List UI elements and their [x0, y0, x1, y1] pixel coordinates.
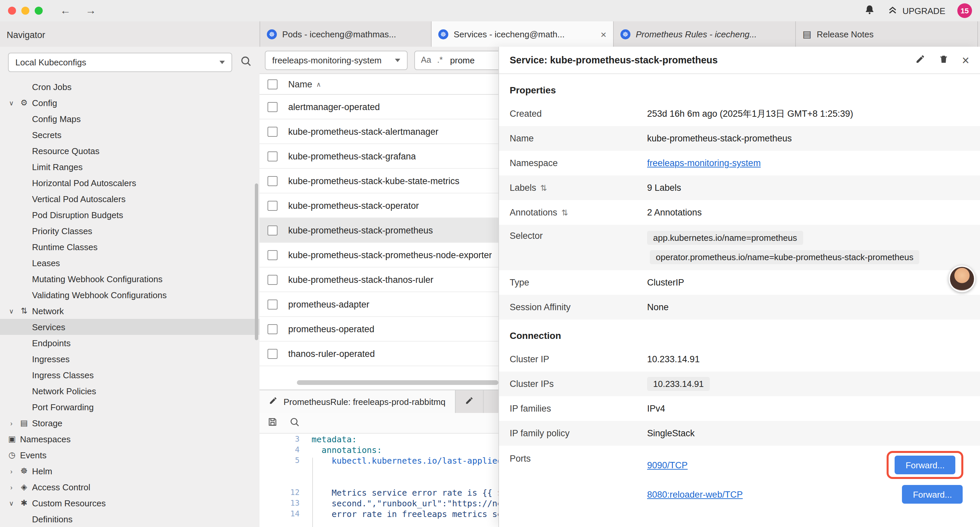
table-row-thanos-ruler-operated[interactable]: thanos-ruler-operated — [259, 342, 498, 366]
row-checkbox[interactable] — [267, 126, 277, 137]
table-row-kube-prometheus-stack-prometheus[interactable]: kube-prometheus-stack-prometheus — [259, 218, 498, 243]
code-text[interactable]: second.","runbook_url":"https://net — [309, 498, 498, 508]
kubeconfig-select[interactable]: Local Kubeconfigs — [8, 53, 232, 72]
code-text[interactable]: Metrics service error rate is {{ $va — [309, 487, 498, 497]
sidebar-item-secrets[interactable]: Secrets — [0, 127, 259, 143]
sidebar-item-endpoints[interactable]: Endpoints — [0, 335, 259, 351]
match-case-toggle[interactable]: Aa — [421, 56, 431, 65]
sidebar-item-resource-quotas[interactable]: Resource Quotas — [0, 143, 259, 159]
forward-port-button[interactable]: Forward... — [902, 485, 963, 504]
expand-collapse-icon[interactable]: ⇅ — [540, 183, 547, 193]
sidebar-item-config[interactable]: ∨ ⚙ Config — [0, 95, 259, 111]
sidebar-item-ingresses[interactable]: Ingresses — [0, 351, 259, 367]
close-window-button[interactable] — [8, 7, 16, 15]
yaml-editor[interactable]: 3 metadata: 4 annotations: 5 kubectl.kub… — [259, 434, 498, 527]
sidebar-item-network[interactable]: ∨ ⇅ Network — [0, 303, 259, 319]
sidebar-item-runtime-classes[interactable]: Runtime Classes — [0, 239, 259, 255]
close-icon[interactable]: × — [962, 54, 969, 66]
sidebar-item-cron-jobs[interactable]: Cron Jobs — [0, 79, 259, 95]
sidebar-item-ingress-classes[interactable]: Ingress Classes — [0, 367, 259, 383]
sidebar-item-limit-ranges[interactable]: Limit Ranges — [0, 159, 259, 175]
horizontal-scrollbar[interactable] — [297, 380, 498, 385]
editor-tab-prometheusrule[interactable]: PrometheusRule: freeleaps-prod-rabbitmq — [259, 390, 456, 413]
bell-icon[interactable] — [864, 4, 875, 18]
sidebar-scrollbar[interactable] — [255, 183, 258, 340]
tree-expander-icon[interactable]: › — [5, 419, 18, 427]
row-checkbox[interactable] — [267, 274, 277, 285]
tree-expander-icon[interactable]: › — [5, 483, 18, 490]
row-checkbox[interactable] — [267, 102, 277, 112]
row-checkbox[interactable] — [267, 201, 277, 210]
upgrade-button[interactable]: UPGRADE — [887, 4, 945, 17]
namespace-link[interactable]: freeleaps-monitoring-system — [647, 158, 761, 168]
sidebar-item-network-policies[interactable]: Network Policies — [0, 383, 259, 399]
trash-icon[interactable] — [939, 54, 949, 66]
forward-icon[interactable]: → — [85, 5, 96, 17]
row-checkbox[interactable] — [267, 225, 277, 235]
row-checkbox[interactable] — [267, 250, 277, 260]
tree-expander-icon[interactable]: ∨ — [5, 99, 18, 107]
close-tab-icon[interactable]: × — [600, 29, 606, 39]
row-checkbox[interactable] — [267, 176, 277, 186]
code-text[interactable]: error rate in freeleaps metrics ser — [309, 509, 498, 519]
back-icon[interactable]: ← — [60, 5, 71, 17]
sidebar-item-leases[interactable]: Leases — [0, 255, 259, 271]
tab-argo[interactable]: ☸ Argo S — [978, 21, 980, 47]
zoom-window-button[interactable] — [35, 7, 43, 15]
sidebar-item-access-control[interactable]: › ◈ Access Control — [0, 479, 259, 495]
table-row-alertmanager-operated[interactable]: alertmanager-operated — [259, 95, 498, 119]
port-link[interactable]: 9090/TCP — [647, 460, 688, 470]
tab-release-notes[interactable]: ▤ Release Notes — [796, 21, 978, 47]
namespace-select[interactable]: freeleaps-monitoring-system — [265, 50, 407, 70]
sidebar-item-services[interactable]: Services — [0, 319, 259, 335]
tab-services[interactable]: ☸ Services - icecheng@math... × — [432, 21, 614, 47]
row-checkbox[interactable] — [267, 324, 277, 334]
row-checkbox[interactable] — [267, 299, 277, 309]
tree-expander-icon[interactable]: › — [5, 467, 18, 474]
regex-toggle[interactable]: .* — [437, 56, 443, 65]
name-column-header[interactable]: Name ∧ — [288, 79, 321, 89]
sidebar-item-validating-webhook-configurations[interactable]: Validating Webhook Configurations — [0, 287, 259, 303]
notification-badge[interactable]: 15 — [957, 3, 972, 18]
table-row-prometheus-operated[interactable]: prometheus-operated — [259, 317, 498, 342]
sidebar-item-pod-disruption-budgets[interactable]: Pod Disruption Budgets — [0, 207, 259, 223]
edit-icon[interactable] — [915, 54, 925, 66]
table-row-kube-prometheus-stack-prometheus-node-exporter[interactable]: kube-prometheus-stack-prometheus-node-ex… — [259, 243, 498, 267]
filter-input-box[interactable]: Aa .* — [414, 50, 498, 70]
sidebar-item-storage[interactable]: › ▤ Storage — [0, 415, 259, 431]
table-row-prometheus-adapter[interactable]: prometheus-adapter — [259, 292, 498, 317]
sidebar-item-port-forwarding[interactable]: Port Forwarding — [0, 399, 259, 415]
tree-expander-icon[interactable]: ∨ — [5, 499, 18, 507]
table-row-kube-prometheus-stack-thanos-ruler[interactable]: kube-prometheus-stack-thanos-ruler — [259, 267, 498, 292]
editor-tab-partial[interactable] — [456, 390, 484, 413]
code-text[interactable]: annotations: — [309, 444, 382, 455]
sidebar-item-priority-classes[interactable]: Priority Classes — [0, 223, 259, 239]
code-text[interactable]: metadata: — [309, 434, 356, 444]
sidebar-item-custom-resources[interactable]: ∨ ✱ Custom Resources — [0, 495, 259, 511]
search-icon[interactable] — [240, 55, 251, 69]
tab-pods[interactable]: ☸ Pods - icecheng@mathmas... — [260, 21, 432, 47]
filter-input[interactable] — [449, 54, 498, 66]
port-link[interactable]: 8080:reloader-web/TCP — [647, 489, 743, 499]
forward-port-button[interactable]: Forward... — [895, 455, 955, 474]
row-checkbox[interactable] — [267, 349, 277, 358]
sidebar-item-config-maps[interactable]: Config Maps — [0, 111, 259, 127]
tree-expander-icon[interactable]: ∨ — [5, 307, 18, 315]
sidebar-item-helm[interactable]: › ☸ Helm — [0, 463, 259, 479]
table-row-kube-prometheus-stack-alertmanager[interactable]: kube-prometheus-stack-alertmanager — [259, 119, 498, 144]
sidebar-item-definitions[interactable]: Definitions — [0, 511, 259, 527]
expand-collapse-icon[interactable]: ⇅ — [562, 208, 568, 217]
search-icon[interactable] — [290, 417, 299, 429]
table-row-kube-prometheus-stack-grafana[interactable]: kube-prometheus-stack-grafana — [259, 144, 498, 169]
avatar[interactable] — [949, 266, 975, 292]
code-text[interactable]: kubectl.kubernetes.io/last-applied-co — [309, 455, 498, 465]
select-all-checkbox[interactable] — [267, 79, 277, 89]
sidebar-item-mutating-webhook-configurations[interactable]: Mutating Webhook Configurations — [0, 271, 259, 287]
row-checkbox[interactable] — [267, 151, 277, 161]
minimize-window-button[interactable] — [21, 7, 29, 15]
sidebar-item-events[interactable]: ◷ Events — [0, 447, 259, 463]
table-row-kube-prometheus-stack-operator[interactable]: kube-prometheus-stack-operator — [259, 193, 498, 218]
sidebar-item-namespaces[interactable]: ▣ Namespaces — [0, 431, 259, 447]
sidebar-item-horizontal-pod-autoscalers[interactable]: Horizontal Pod Autoscalers — [0, 175, 259, 191]
table-row-kube-prometheus-stack-kube-state-metrics[interactable]: kube-prometheus-stack-kube-state-metrics — [259, 169, 498, 193]
